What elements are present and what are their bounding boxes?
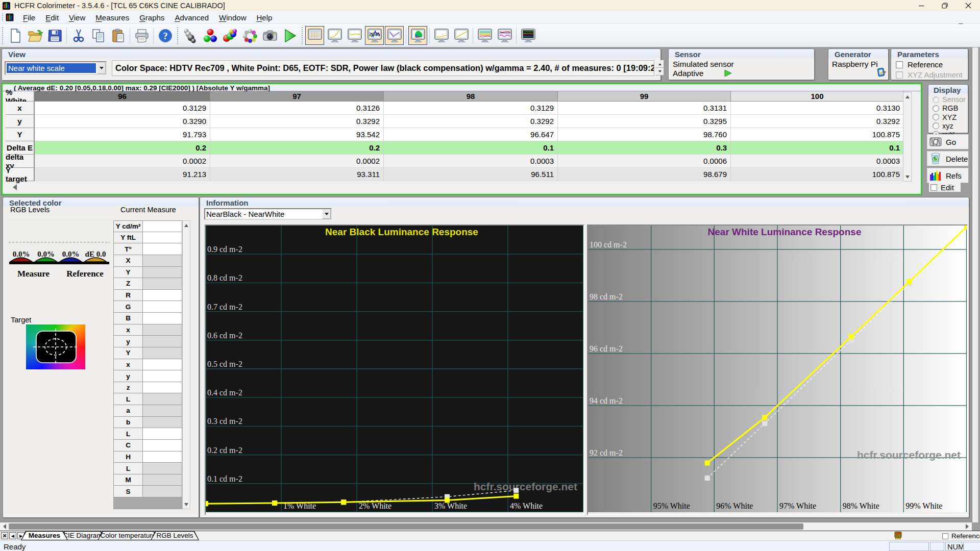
mon-multi2-button[interactable] [495,26,514,45]
menu-window[interactable]: Window [214,12,251,23]
save-button[interactable] [45,26,64,45]
gray-spheres-button[interactable] [181,26,200,45]
cell-delta-xy-98[interactable]: 0.0003 [384,155,558,168]
reference-checkbox[interactable] [896,61,903,68]
information-view-select[interactable]: NearBlack - NearWhite [204,208,332,220]
cell-delta-e-100[interactable]: 0.1 [731,141,904,155]
minimize-button[interactable] [910,0,933,11]
paste-button[interactable] [109,26,128,45]
cell-x-97[interactable]: 0.3126 [210,102,384,115]
menu-measures[interactable]: Measures [90,12,134,23]
column-header-98[interactable]: 98 [384,91,558,102]
camera-button[interactable] [260,26,279,45]
toolbar-grip[interactable] [176,27,179,44]
menu-view[interactable]: View [64,12,90,23]
cell-delta-xy-100[interactable]: 0.0003 [731,155,904,168]
cell-y-98[interactable]: 96.647 [384,128,558,141]
tab-measures[interactable]: Measures [21,531,68,540]
generator-configure-icon[interactable] [877,67,886,77]
scroll-down-button[interactable] [183,500,190,509]
play-button[interactable] [280,26,299,45]
scroll-down-button[interactable] [903,173,911,181]
display-option-rgb[interactable]: RGB [928,104,968,112]
go-button[interactable]: Go [927,134,969,149]
new-file-button[interactable] [6,26,24,45]
cell-delta-e-98[interactable]: 0.1 [384,141,558,155]
scroll-up-button[interactable] [183,221,190,229]
cell-y-target-100[interactable]: 100.875 [731,168,904,181]
cell-delta-xy-97[interactable]: 0.0002 [210,155,384,168]
cell-delta-e-99[interactable]: 0.3 [558,141,731,155]
refs-button[interactable]: Refs [927,168,969,183]
tab-prev-button[interactable]: ◂ [9,532,16,539]
reference-toggle-row[interactable]: Reference [942,532,980,540]
cell-delta-e-97[interactable]: 0.2 [210,141,384,155]
cell-y-97[interactable]: 0.3292 [210,115,384,128]
mon-rgb-button[interactable] [365,26,384,45]
spin-up-button[interactable] [655,60,664,68]
toolbar-grip[interactable] [301,27,303,44]
view-scale-dropdown-button[interactable] [97,62,106,74]
scroll-left-button[interactable] [0,522,9,531]
mon-table-button[interactable] [305,26,324,45]
reference-toggle-checkbox[interactable] [942,533,948,539]
current-measure-scrollbar[interactable] [182,220,190,509]
measures-table-scrollbar[interactable] [903,92,912,182]
mon-line2-button[interactable] [452,26,471,45]
cut-button[interactable] [69,26,88,45]
cell-delta-e-96[interactable]: 0.2 [35,141,210,155]
menu-advanced[interactable]: Advanced [169,12,214,23]
restore-button[interactable] [933,0,957,11]
cell-y-97[interactable]: 93.542 [210,128,384,141]
menubar-grip[interactable] [1,13,4,22]
close-button[interactable] [957,0,980,11]
cell-delta-xy-99[interactable]: 0.0006 [558,155,731,168]
cell-y-99[interactable]: 98.760 [558,128,731,141]
cell-x-100[interactable]: 0.3130 [731,102,904,115]
color-chain-button[interactable] [220,26,239,45]
tab-rgb-levels[interactable]: RGB Levels [151,531,199,540]
reference-checkbox-row[interactable]: Reference [896,60,943,69]
column-header-97[interactable]: 97 [210,91,384,102]
mon-multi1-button[interactable] [475,26,494,45]
display-option-xyz[interactable]: xyz [928,121,968,130]
cell-x-99[interactable]: 0.3131 [558,102,731,115]
cell-y-target-96[interactable]: 91.213 [35,168,210,181]
cell-y-target-98[interactable]: 96.511 [384,168,558,181]
menu-edit[interactable]: Edit [40,12,64,23]
vertical-scrollbar[interactable] [972,47,978,522]
cell-y-96[interactable]: 91.793 [35,128,210,141]
tab-close-button[interactable]: ✕ [1,532,8,539]
mon-dark-button[interactable] [519,26,537,45]
menu-graphs[interactable]: Graphs [134,12,169,23]
mon-vline-button[interactable] [385,26,404,45]
scrollbar-thumb[interactable] [9,523,803,530]
cell-x-96[interactable]: 0.3129 [35,102,210,115]
column-header-100[interactable]: 100 [731,91,904,102]
mon-cie-button[interactable] [408,26,427,45]
cell-y-target-97[interactable]: 93.311 [210,168,384,181]
cell-y-100[interactable]: 0.3292 [731,115,904,128]
rgb-balls-button[interactable] [201,26,219,45]
copy-button[interactable] [89,26,108,45]
open-folder-button[interactable] [26,26,44,45]
cell-x-98[interactable]: 0.3129 [384,102,558,115]
display-option-xyz[interactable]: XYZ [928,112,968,121]
delete-button[interactable]: Delete [927,151,969,166]
mon-wave-button[interactable] [345,26,364,45]
cell-y-98[interactable]: 0.3292 [384,115,558,128]
radio-xyz[interactable] [933,114,939,120]
scroll-right-button[interactable] [963,522,972,531]
color-ring-button[interactable] [240,26,259,45]
mon-line1-button[interactable] [432,26,451,45]
cell-delta-xy-96[interactable]: 0.0002 [35,155,210,168]
horizontal-scrollbar[interactable] [0,522,972,531]
mon-gamma-button[interactable] [325,26,344,45]
help-button[interactable]: ? [156,26,175,45]
tab-color-temperature[interactable]: Color temperature [97,531,159,540]
sensor-play-icon[interactable] [724,69,732,77]
toolbar-grip[interactable] [1,27,4,44]
column-header-99[interactable]: 99 [558,91,731,102]
menu-help[interactable]: Help [251,12,277,23]
print-button[interactable] [132,26,151,45]
